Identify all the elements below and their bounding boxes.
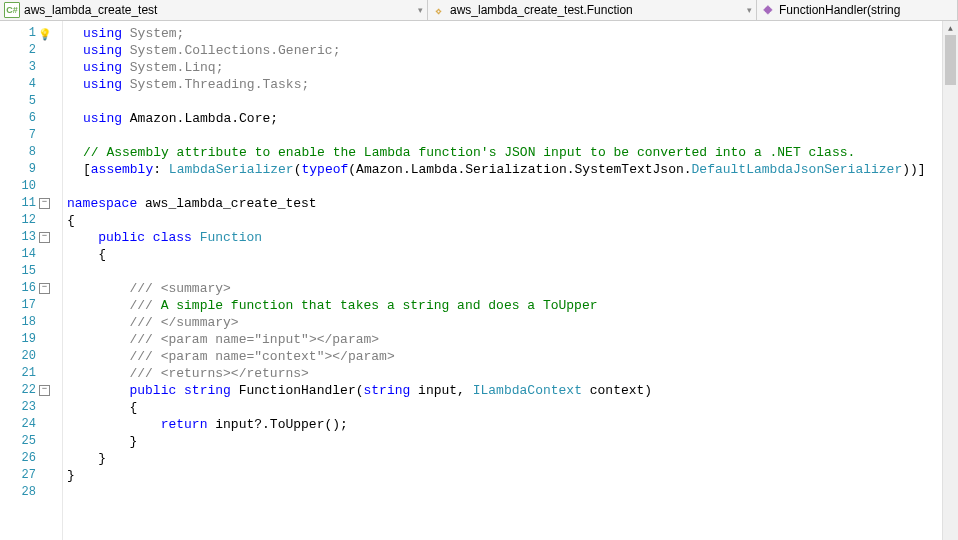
line-number: 9 [0,161,62,178]
scroll-corner [943,526,958,540]
code-line[interactable]: /// <summary> [67,280,958,297]
code-line[interactable]: /// <param name="context"></param> [67,348,958,365]
line-number: 25 [0,433,62,450]
code-line[interactable] [67,178,958,195]
line-number: 4 [0,76,62,93]
line-number: 20 [0,348,62,365]
line-number: 7 [0,127,62,144]
line-number: 8 [0,144,62,161]
line-number: 14 [0,246,62,263]
fold-toggle[interactable]: − [39,198,50,209]
code-area[interactable]: using System; using System.Collections.G… [63,21,958,540]
code-editor[interactable]: 1💡 2 3 4 5 6 7 8 9 10 11− 12 13− 14 15 1… [0,21,958,540]
line-number: 13− [0,229,62,246]
code-line[interactable]: public class Function [67,229,958,246]
line-number: 26 [0,450,62,467]
code-line[interactable] [67,93,958,110]
code-line[interactable]: using System.Collections.Generic; [67,42,958,59]
code-line[interactable]: } [67,450,958,467]
code-line[interactable]: { [67,399,958,416]
scroll-up-icon[interactable]: ▲ [943,21,958,35]
line-number: 24 [0,416,62,433]
line-number: 18 [0,314,62,331]
line-number: 21 [0,365,62,382]
code-line[interactable]: using System.Linq; [67,59,958,76]
code-line[interactable]: using System.Threading.Tasks; [67,76,958,93]
code-line[interactable]: { [67,246,958,263]
csharp-file-icon: C# [4,2,20,18]
scroll-thumb[interactable] [945,35,956,85]
vertical-scrollbar[interactable]: ▲ ▼ [942,21,958,540]
code-line[interactable]: /// A simple function that takes a strin… [67,297,958,314]
chevron-down-icon[interactable]: ▾ [418,5,423,15]
chevron-down-icon[interactable]: ▾ [747,5,752,15]
crumb-method-label: FunctionHandler(string [779,3,900,17]
line-number: 3 [0,59,62,76]
line-number: 15 [0,263,62,280]
code-line[interactable]: { [67,212,958,229]
code-line[interactable]: public string FunctionHandler(string inp… [67,382,958,399]
fold-toggle[interactable]: − [39,232,50,243]
code-line[interactable] [67,484,958,501]
code-line[interactable]: } [67,433,958,450]
line-number: 6 [0,110,62,127]
line-number: 5 [0,93,62,110]
line-number: 17 [0,297,62,314]
line-number: 10 [0,178,62,195]
crumb-project-label: aws_lambda_create_test [24,3,157,17]
line-number: 27 [0,467,62,484]
fold-toggle[interactable]: − [39,283,50,294]
line-number: 28 [0,484,62,501]
crumb-class[interactable]: 🝔 aws_lambda_create_test.Function ▾ [428,0,757,20]
line-number: 11− [0,195,62,212]
code-line[interactable] [67,127,958,144]
crumb-method[interactable]: ⯁ FunctionHandler(string [757,0,958,20]
fold-toggle[interactable]: − [39,385,50,396]
code-line[interactable]: return input?.ToUpper(); [67,416,958,433]
line-number: 1💡 [0,25,62,42]
line-number-gutter: 1💡 2 3 4 5 6 7 8 9 10 11− 12 13− 14 15 1… [0,21,63,540]
line-number: 19 [0,331,62,348]
code-line[interactable]: /// <returns></returns> [67,365,958,382]
crumb-project[interactable]: C# aws_lambda_create_test ▾ [0,0,428,20]
line-number: 23 [0,399,62,416]
code-line[interactable]: /// </summary> [67,314,958,331]
code-line[interactable]: using Amazon.Lambda.Core; [67,110,958,127]
code-line[interactable]: // Assembly attribute to enable the Lamb… [67,144,958,161]
code-line[interactable] [67,263,958,280]
breadcrumb-bar: C# aws_lambda_create_test ▾ 🝔 aws_lambda… [0,0,958,21]
code-line[interactable]: using System; [67,25,958,42]
crumb-class-label: aws_lambda_create_test.Function [450,3,633,17]
line-number: 22− [0,382,62,399]
method-icon: ⯁ [761,3,775,17]
code-line[interactable]: } [67,467,958,484]
code-line[interactable]: /// <param name="input"></param> [67,331,958,348]
class-icon: 🝔 [432,3,446,17]
line-number: 16− [0,280,62,297]
code-line[interactable]: namespace aws_lambda_create_test [67,195,958,212]
line-number: 12 [0,212,62,229]
line-number: 2 [0,42,62,59]
code-line[interactable]: [assembly: LambdaSerializer(typeof(Amazo… [67,161,958,178]
